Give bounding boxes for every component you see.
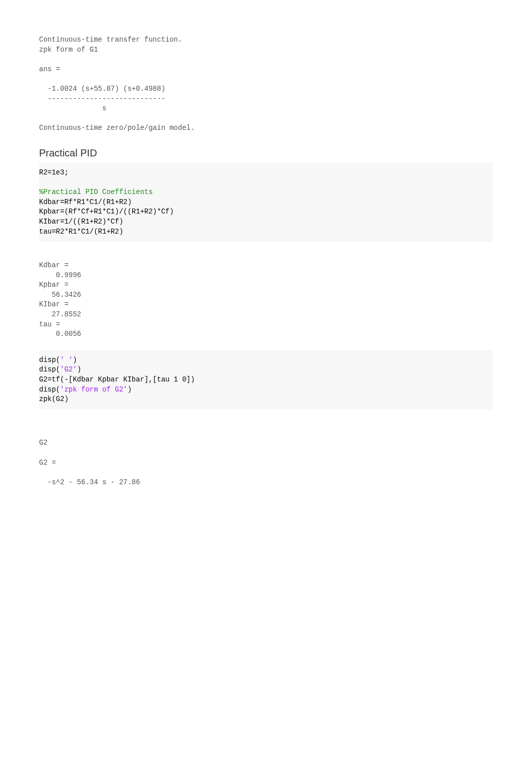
output-block-3: G2 G2 = -s^2 - 56.34 s - 27.86 (39, 424, 493, 493)
code-block-2: disp(' ') disp('G2') G2=tf(-[Kdbar Kpbar… (39, 350, 493, 410)
output-text: Kdbar = 0.9996 Kpbar = 56.3426 KIbar = 2… (39, 261, 493, 339)
output-text: G2 G2 = -s^2 - 56.34 s - 27.86 (39, 429, 493, 488)
code-block-1: R2=1e3; %Practical PID Coefficients Kdba… (39, 163, 493, 242)
code-text: R2=1e3; %Practical PID Coefficients Kdba… (39, 168, 493, 237)
output-block-2: Kdbar = 0.9996 Kpbar = 56.3426 KIbar = 2… (39, 256, 493, 344)
code-text: disp(' ') disp('G2') G2=tf(-[Kdbar Kpbar… (39, 355, 493, 405)
output-text: Continuous-time transfer function. zpk f… (39, 35, 493, 133)
section-heading-practical-pid: Practical PID (39, 147, 493, 159)
output-block-1: Continuous-time transfer function. zpk f… (39, 30, 493, 138)
